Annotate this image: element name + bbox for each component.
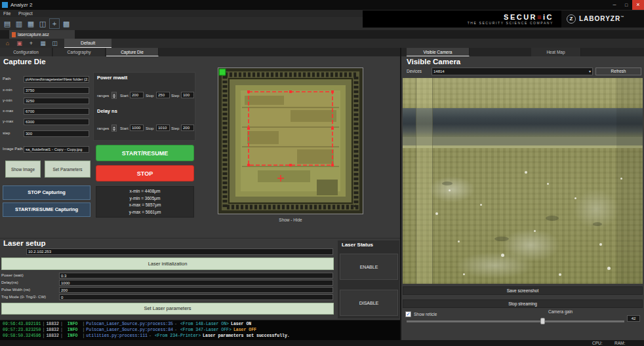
power-watt-label: Power (watt) — [1, 273, 24, 277]
camera-dark-band — [403, 108, 643, 137]
x-min-label: x-min — [3, 88, 12, 92]
log-line: 09:56:43.892191|18832|INFO|Pulscan_Laser… — [3, 322, 251, 326]
start-resume-capturing-button[interactable]: START/RESUME Capturing — [3, 202, 91, 217]
laser-status-title: Laser Status — [342, 242, 373, 248]
die-image[interactable] — [218, 68, 363, 214]
delay-ranges-spinner[interactable] — [111, 125, 117, 132]
refresh-button[interactable]: Refresh — [595, 67, 641, 75]
window-title: Analyzr 2 — [10, 2, 32, 8]
save-project-icon[interactable]: ▦ — [26, 18, 36, 29]
tab-configuration[interactable]: Configuration — [0, 48, 52, 56]
power-step-input[interactable]: 100 — [181, 92, 194, 98]
pulse-width-input[interactable]: 200 — [59, 287, 333, 293]
camera-light-patch — [455, 252, 534, 279]
delay-stop-input[interactable]: 1010 — [156, 125, 170, 131]
power-start-label: Start — [120, 94, 129, 98]
devices-label: Devices — [407, 69, 422, 73]
tab-capture-die[interactable]: Capture Die — [106, 48, 159, 56]
camera-feed[interactable] — [403, 78, 643, 284]
tab-visible-camera[interactable]: Visible Camera — [407, 48, 470, 56]
minimize-button[interactable]: ─ — [609, 0, 620, 10]
open-project-icon[interactable]: ▥ — [14, 18, 24, 29]
set-parameters-button[interactable]: Set Parameters — [45, 161, 91, 178]
document-tab[interactable]: lasercapture.asz — [9, 30, 75, 39]
delay-ns-input[interactable]: 1000 — [59, 280, 333, 286]
show-hide-toggle[interactable]: Show - Hide — [218, 218, 363, 222]
show-image-button[interactable]: Show Image — [5, 161, 41, 178]
stop-streaming-button[interactable]: Stop streaming — [403, 299, 643, 308]
delay-start-input[interactable]: 1000 — [130, 125, 144, 131]
secureic-name-right: iC — [543, 13, 553, 21]
status-bar: CPU: RAM: — [0, 340, 644, 346]
delay-step-label: Step — [171, 126, 179, 130]
add-icon[interactable]: + — [26, 39, 36, 47]
step-input[interactable]: 300 — [24, 130, 89, 137]
pulse-width-label: Pulse Width (ns) — [1, 288, 30, 292]
console-log[interactable]: 09:56:43.892191|18832|INFO|Pulscan_Laser… — [0, 320, 400, 340]
camera-dark-blob — [593, 222, 602, 226]
laser-initialization-button[interactable]: Laser initialization — [1, 258, 334, 270]
camera-speck — [501, 254, 504, 257]
trig-mode-input[interactable]: 0 — [59, 294, 333, 300]
set-laser-parameters-button[interactable]: Set Laser parameters — [1, 303, 334, 315]
screens-grid-icon[interactable]: ▩ — [61, 18, 71, 29]
window-split-icon[interactable]: ◫ — [37, 18, 48, 29]
grid-view-icon[interactable]: ▦ — [38, 39, 48, 47]
power-start-input[interactable]: 200 — [130, 92, 144, 98]
y-max-input[interactable]: 6300 — [24, 119, 89, 125]
image-path-input[interactable]: sa_fluidefinal1 - Copy - Copy.jpg — [24, 146, 89, 153]
check-icon: ✓ — [406, 312, 411, 317]
laboryzr-name: LABORYZR — [579, 16, 620, 23]
move-tool-icon[interactable]: + — [49, 18, 60, 29]
start-resume-button[interactable]: START/RESUME — [96, 145, 194, 161]
camera-gray-band — [403, 137, 643, 145]
tab-default-profile[interactable]: Default — [64, 39, 111, 48]
path-input[interactable]: p\Ahmed\imagetester\New folder (2... — [24, 76, 89, 83]
power-ranges-label: ranges — [97, 94, 109, 98]
camera-dark-blob — [442, 182, 453, 185]
laboryzr-logo: Z LABORYZR™ — [561, 10, 644, 28]
maximize-button[interactable]: □ — [620, 0, 632, 10]
menu-project[interactable]: Project — [18, 11, 33, 16]
x-max-input[interactable]: 6700 — [24, 108, 89, 115]
disable-button[interactable]: DISABLE — [340, 290, 398, 316]
tab-heat-map[interactable]: Heat Map — [531, 48, 581, 56]
camera-gain-slider-handle[interactable] — [540, 318, 545, 324]
stop-button[interactable]: STOP — [96, 165, 194, 182]
save-screenshot-button[interactable]: Save screenshot — [403, 286, 643, 295]
camera-speck — [458, 240, 460, 242]
info-x-max: x-max = 5857μm — [96, 202, 193, 209]
scan-region-overlay[interactable] — [247, 90, 334, 166]
camera-gain-slider[interactable] — [407, 320, 624, 322]
info-y-max: y-max = 5661μm — [96, 209, 193, 216]
show-reticle-checkbox[interactable]: ✓ — [405, 311, 411, 317]
y-min-input[interactable]: 3250 — [24, 98, 89, 104]
camera-speck — [620, 178, 622, 180]
x-min-input[interactable]: 3750 — [24, 87, 89, 94]
close-button[interactable]: × — [632, 0, 644, 10]
tab-cartography[interactable]: Cartography — [53, 48, 106, 56]
menu-file[interactable]: File — [3, 11, 10, 16]
new-file-icon[interactable]: ▤ — [2, 18, 12, 29]
image-tool-icon[interactable]: ▣ — [14, 39, 24, 47]
image-path-label: Image Path — [3, 147, 23, 151]
laser-setup-title: Laser setup — [3, 239, 46, 247]
show-reticle-label: Show reticle — [414, 312, 437, 317]
asz-file-icon — [12, 32, 16, 37]
laser-ip-input[interactable]: 10.2.102.253 — [26, 248, 333, 255]
die-view[interactable] — [218, 67, 363, 214]
title-bar: Analyzr 2 ─ □ × — [0, 0, 644, 10]
delay-step-input[interactable]: 200 — [181, 125, 194, 131]
camera-dark-blob — [546, 216, 559, 221]
power-watt-input[interactable]: 0.3 — [59, 273, 333, 279]
devices-select[interactable]: 14814 ▾ — [432, 67, 593, 75]
power-ranges-spinner[interactable] — [111, 92, 117, 99]
camera-gain-value[interactable]: 42 — [627, 315, 640, 322]
camera-speck — [480, 204, 482, 206]
home-icon[interactable]: ⌂ — [3, 39, 12, 47]
power-stop-input[interactable]: 250 — [156, 92, 170, 98]
panes-view-icon[interactable]: ◫ — [50, 39, 60, 47]
camera-speck — [525, 171, 527, 174]
stop-capturing-button[interactable]: STOP Capturing — [3, 185, 91, 200]
enable-button[interactable]: ENABLE — [340, 254, 398, 280]
